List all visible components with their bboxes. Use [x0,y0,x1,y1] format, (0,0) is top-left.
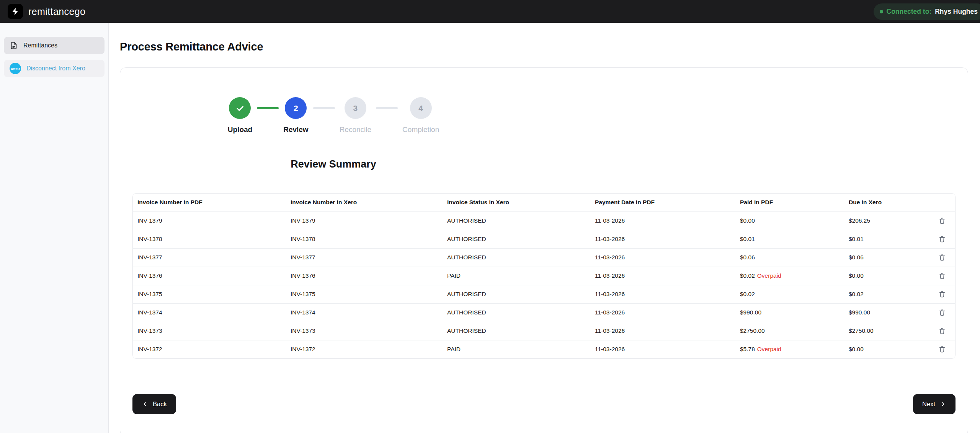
step-marker: 3 [345,97,366,119]
cell-paid-in-pdf: $2750.00 [735,322,844,340]
page-title: Process Remittance Advice [120,40,968,53]
cell-payment-date: 11-03-2026 [590,212,735,230]
delete-row-button[interactable] [936,344,948,355]
sidebar-item-label: Disconnect from Xero [26,65,85,72]
step-upload: Upload [228,97,252,134]
cell-invoice-number-xero: INV-1373 [286,322,443,340]
step-marker [229,97,251,119]
trash-icon [938,309,946,316]
table-row: INV-1372INV-1372PAID11-03-2026$5.78Overp… [133,340,955,358]
cell-paid-in-pdf: $0.00 [735,212,844,230]
cell-invoice-status: AUTHORISED [443,230,590,248]
paid-amount: $0.00 [740,217,755,224]
delete-row-button[interactable] [936,234,948,244]
cell-invoice-number-xero: INV-1376 [286,267,443,285]
chevron-right-icon [940,401,946,407]
step-connector [376,107,398,109]
delete-row-button[interactable] [936,215,948,226]
next-button[interactable]: Next [913,394,956,414]
cell-invoice-status: AUTHORISED [443,285,590,303]
sidebar-item-remittances[interactable]: Remittances [4,37,105,54]
trash-icon [938,290,946,298]
delete-row-button[interactable] [936,307,948,318]
next-button-label: Next [922,400,935,408]
back-button[interactable]: Back [132,394,176,414]
cell-actions [929,248,955,267]
column-header: Invoice Number in Xero [286,194,443,212]
cell-payment-date: 11-03-2026 [590,267,735,285]
cell-invoice-number-xero: INV-1374 [286,303,443,322]
connection-status-badge: Connected to: Rhys Hughes [874,3,980,20]
column-header: Invoice Status in Xero [443,194,590,212]
xero-icon: xero [10,63,21,74]
table-header-row: Invoice Number in PDFInvoice Number in X… [133,194,955,212]
cell-payment-date: 11-03-2026 [590,322,735,340]
document-icon [10,41,18,50]
overpaid-flag: Overpaid [757,272,781,279]
cell-actions [929,267,955,285]
back-button-label: Back [153,400,167,408]
cell-due-in-xero: $0.06 [844,248,929,267]
table-row: INV-1377INV-1377AUTHORISED11-03-2026$0.0… [133,248,955,267]
cell-actions [929,285,955,303]
paid-amount: $2750.00 [740,327,765,334]
paid-amount: $5.78 [740,346,755,352]
cell-invoice-number-pdf: INV-1378 [133,230,286,248]
cell-payment-date: 11-03-2026 [590,230,735,248]
lightning-icon [11,7,20,16]
app-logo [8,4,23,19]
cell-paid-in-pdf: $0.02Overpaid [735,267,844,285]
cell-invoice-status: AUTHORISED [443,248,590,267]
trash-icon [938,217,946,225]
actions-bar: Back Next [132,394,956,414]
connected-user-name: Rhys Hughes [935,8,978,16]
trash-icon [938,254,946,261]
xero-icon-text: xero [11,66,20,71]
cell-invoice-number-xero: INV-1375 [286,285,443,303]
cell-invoice-status: PAID [443,340,590,358]
chevron-left-icon [142,401,148,407]
cell-invoice-number-pdf: INV-1376 [133,267,286,285]
cell-invoice-number-pdf: INV-1379 [133,212,286,230]
trash-icon [938,345,946,353]
cell-invoice-status: AUTHORISED [443,303,590,322]
cell-invoice-number-pdf: INV-1373 [133,322,286,340]
cell-payment-date: 11-03-2026 [590,340,735,358]
trash-icon [938,272,946,280]
sidebar-item-disconnect-xero[interactable]: xero Disconnect from Xero [4,60,105,77]
cell-invoice-number-xero: INV-1372 [286,340,443,358]
delete-row-button[interactable] [936,252,948,263]
cell-invoice-number-xero: INV-1378 [286,230,443,248]
cell-invoice-number-pdf: INV-1374 [133,303,286,322]
delete-row-button[interactable] [936,289,948,300]
trash-icon [938,235,946,243]
cell-due-in-xero: $0.02 [844,285,929,303]
connection-label: Connected to: [887,8,932,16]
cell-invoice-number-pdf: INV-1375 [133,285,286,303]
cell-actions [929,212,955,230]
table-row: INV-1379INV-1379AUTHORISED11-03-2026$0.0… [133,212,955,230]
column-header: Paid in PDF [735,194,844,212]
delete-row-button[interactable] [936,270,948,281]
status-dot-icon [880,10,883,13]
table-row: INV-1374INV-1374AUTHORISED11-03-2026$990… [133,303,955,322]
cell-actions [929,303,955,322]
delete-row-button[interactable] [936,326,948,336]
table-row: INV-1378INV-1378AUTHORISED11-03-2026$0.0… [133,230,955,248]
step-label: Completion [402,125,439,134]
paid-amount: $0.02 [740,272,755,279]
paid-amount: $0.06 [740,254,755,260]
cell-actions [929,322,955,340]
cell-paid-in-pdf: $990.00 [735,303,844,322]
paid-amount: $0.01 [740,236,755,242]
column-header: Payment Date in PDF [590,194,735,212]
brand-name: remittancego [28,6,85,17]
review-table: Invoice Number in PDFInvoice Number in X… [132,193,956,359]
table-row: INV-1373INV-1373AUTHORISED11-03-2026$275… [133,322,955,340]
overpaid-flag: Overpaid [757,346,781,352]
actions-column-header [929,194,955,212]
step-label: Reconcile [340,125,371,134]
main-content: Process Remittance Advice Upload2Review3… [109,23,980,433]
cell-paid-in-pdf: $5.78Overpaid [735,340,844,358]
cell-payment-date: 11-03-2026 [590,303,735,322]
